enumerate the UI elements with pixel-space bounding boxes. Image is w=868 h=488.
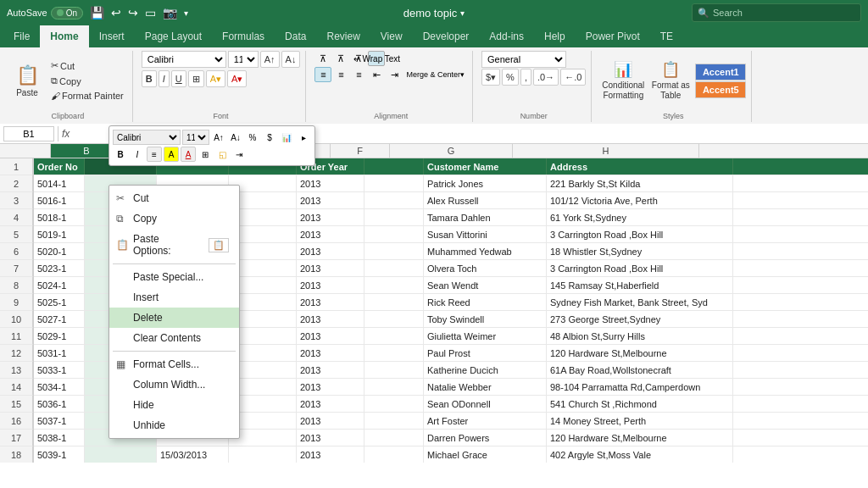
cell-f4[interactable] (364, 209, 424, 225)
cell-f12[interactable] (364, 345, 424, 361)
cell-e15[interactable]: 2013 (297, 396, 364, 412)
increase-decimal-button[interactable]: .0→ (533, 69, 559, 86)
tab-help[interactable]: Help (534, 25, 576, 47)
cell-a16[interactable]: 5037-1 (34, 413, 85, 429)
tab-power-pivot[interactable]: Power Pivot (576, 25, 650, 47)
mini-fill-btn[interactable]: ◱ (214, 147, 230, 162)
ctx-unhide[interactable]: Unhide (109, 415, 239, 435)
tab-home[interactable]: Home (40, 25, 88, 47)
row-num-18[interactable]: 18 (0, 446, 33, 463)
cell-h3[interactable]: 101/12 Victoria Ave, Perth (547, 192, 733, 208)
cut-button[interactable]: ✂ Cut (47, 58, 127, 73)
cell-e8[interactable]: 2013 (297, 277, 364, 293)
cell-h18[interactable]: 402 Argyle St,Moss Vale (547, 446, 733, 463)
cell-f17[interactable] (364, 430, 424, 446)
cell-e7[interactable]: 2013 (297, 260, 364, 276)
accent1-button[interactable]: Accent1 (695, 64, 746, 80)
save-icon[interactable]: 💾 (90, 6, 104, 19)
col-header-h[interactable]: H (513, 144, 699, 158)
cell-e13[interactable]: 2013 (297, 362, 364, 378)
cell-e10[interactable]: 2013 (297, 311, 364, 327)
cell-g18[interactable]: Michael Grace (424, 446, 547, 463)
cell-a2[interactable]: 5014-1 (34, 175, 85, 191)
cell-e17[interactable]: 2013 (297, 430, 364, 446)
tab-view[interactable]: View (370, 25, 413, 47)
cell-e4[interactable]: 2013 (297, 209, 364, 225)
tab-page-layout[interactable]: Page Layout (135, 25, 212, 47)
cell-g2[interactable]: Patrick Jones (424, 175, 547, 191)
cell-e16[interactable]: 2013 (297, 413, 364, 429)
cell-h10[interactable]: 273 George Street,Sydney (547, 311, 733, 327)
number-format-select[interactable]: General (481, 51, 566, 68)
cell-e5[interactable]: 2013 (297, 226, 364, 242)
cell-a14[interactable]: 5034-1 (34, 379, 85, 395)
cell-f13[interactable] (364, 362, 424, 378)
row-num-2[interactable]: 2 (0, 175, 33, 192)
cell-h8[interactable]: 145 Ramsay St,Haberfield (547, 277, 733, 293)
mini-align-btn[interactable]: ≡ (147, 147, 162, 162)
cell-f9[interactable] (364, 294, 424, 310)
cell-d18[interactable] (229, 446, 297, 463)
header-cell-a[interactable]: Order No (34, 158, 85, 175)
cell-a13[interactable]: 5033-1 (34, 362, 85, 378)
mini-highlight-btn[interactable]: A (164, 147, 179, 162)
cell-g11[interactable]: Giulietta Weimer (424, 328, 547, 344)
cell-a6[interactable]: 5020-1 (34, 243, 85, 259)
row-num-17[interactable]: 17 (0, 430, 33, 446)
cell-g7[interactable]: Olvera Toch (424, 260, 547, 276)
mini-font-decrease-btn[interactable]: A↓ (228, 130, 243, 145)
tab-developer[interactable]: Developer (413, 25, 480, 47)
col-header-g[interactable]: G (390, 144, 513, 158)
cell-g6[interactable]: Muhammed Yedwab (424, 243, 547, 259)
decrease-indent-button[interactable]: ⇤ (368, 67, 385, 82)
font-increase-button[interactable]: A↑ (260, 51, 280, 68)
cell-g4[interactable]: Tamara Dahlen (424, 209, 547, 225)
ctx-insert[interactable]: Insert (109, 287, 239, 308)
cell-e2[interactable]: 2013 (297, 175, 364, 191)
header-cell-g[interactable]: Customer Name (424, 158, 547, 175)
cell-h6[interactable]: 18 Whistler St,Sydney (547, 243, 733, 259)
mini-font-size-select[interactable]: 11 (182, 130, 209, 145)
cell-h17[interactable]: 120 Hardware St,Melbourne (547, 430, 733, 446)
tab-review[interactable]: Review (316, 25, 370, 47)
bold-button[interactable]: B (142, 70, 157, 87)
mini-border-btn[interactable]: ⊞ (198, 147, 213, 162)
tab-te[interactable]: TE (650, 25, 683, 47)
align-right-button[interactable]: ≡ (350, 67, 367, 82)
ctx-paste-special[interactable]: Paste Special... (109, 267, 239, 287)
autosave-toggle[interactable]: On (51, 7, 83, 19)
cell-f6[interactable] (364, 243, 424, 259)
tab-file[interactable]: File (3, 25, 40, 47)
search-box[interactable]: 🔍 Search (692, 3, 861, 22)
undo-icon[interactable]: ↩ (111, 6, 121, 19)
align-left-button[interactable]: ≡ (314, 67, 331, 82)
mini-more-btn[interactable]: ▸ (296, 130, 311, 145)
cell-f18[interactable] (364, 446, 424, 463)
align-top-center-button[interactable]: ⊼ (332, 51, 349, 66)
font-color-button[interactable]: A▾ (227, 70, 247, 87)
ctx-format-cells[interactable]: ▦ Format Cells... (109, 354, 239, 374)
cell-c18[interactable]: 15/03/2013 (157, 446, 229, 463)
mini-styles-btn[interactable]: 📊 (279, 130, 294, 145)
row-num-10[interactable]: 10 (0, 311, 33, 328)
ctx-delete[interactable]: Delete (109, 308, 239, 328)
cell-g15[interactable]: Sean ODonnell (424, 396, 547, 412)
cell-e11[interactable]: 2013 (297, 328, 364, 344)
cell-reference-input[interactable] (3, 126, 54, 141)
row-num-16[interactable]: 16 (0, 413, 33, 430)
row-num-5[interactable]: 5 (0, 226, 33, 243)
tab-insert[interactable]: Insert (89, 25, 135, 47)
header-cell-f[interactable] (364, 158, 424, 175)
cell-g17[interactable]: Darren Powers (424, 430, 547, 446)
cell-g9[interactable]: Rick Reed (424, 294, 547, 310)
ctx-paste-options[interactable]: 📋 Paste Options: 📋 (109, 229, 239, 261)
merge-center-button[interactable]: Merge & Center▾ (403, 67, 467, 82)
cell-a9[interactable]: 5025-1 (34, 294, 85, 310)
mini-percent-btn[interactable]: % (245, 130, 260, 145)
cell-e18[interactable]: 2013 (297, 446, 364, 463)
cell-e14[interactable]: 2013 (297, 379, 364, 395)
conditional-formatting-button[interactable]: 📊 ConditionalFormatting (600, 57, 646, 104)
ctx-hide[interactable]: Hide (109, 395, 239, 415)
cell-h14[interactable]: 98-104 Parramatta Rd,Camperdown (547, 379, 733, 395)
cell-f14[interactable] (364, 379, 424, 395)
